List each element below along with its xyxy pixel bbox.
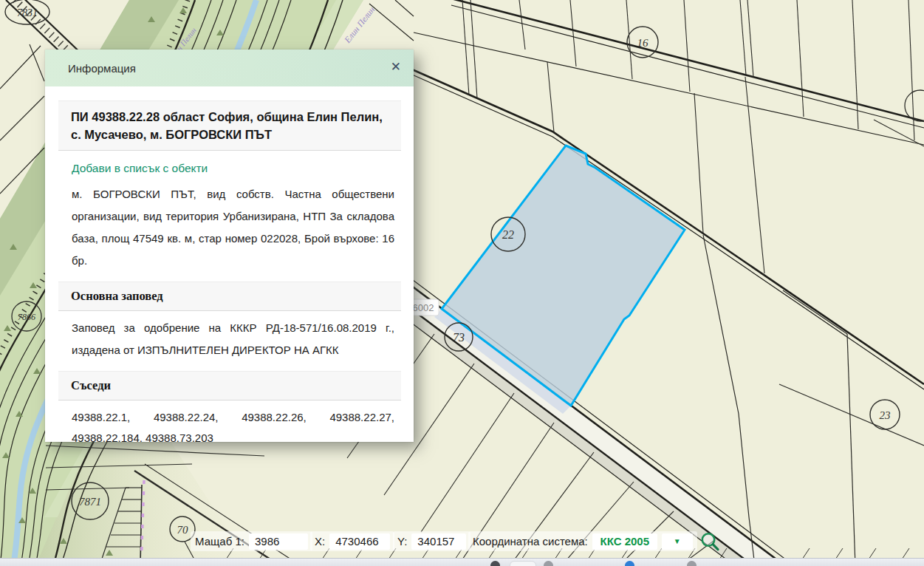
section-text-order: Заповед за одобрение на КККР РД-18-571/1… xyxy=(72,317,394,361)
taskbar-icon-blue[interactable] xyxy=(625,561,634,566)
y-label: Y: xyxy=(397,535,407,548)
section-heading-order: Основна заповед xyxy=(58,282,401,311)
x-coordinate-group: X: xyxy=(310,531,394,551)
panel-body: ПИ 49388.22.28 област София, община Елин… xyxy=(45,100,414,442)
scale-label: Мащаб 1: xyxy=(195,535,244,548)
property-title: ПИ 49388.22.28 област София, община Елин… xyxy=(58,100,401,151)
y-coordinate-input[interactable] xyxy=(411,533,466,550)
crs-group: Координатна система: ККС 2005 ▼ xyxy=(468,531,697,551)
taskbar-icon-dark[interactable] xyxy=(490,561,500,566)
svg-text:7831: 7831 xyxy=(17,7,38,18)
property-description: м. БОГРОВСКИ ПЪТ, вид собств. Частна общ… xyxy=(72,183,394,272)
svg-text:6002: 6002 xyxy=(413,302,434,313)
taskbar-sliver[interactable] xyxy=(0,558,924,566)
svg-text:7871: 7871 xyxy=(79,496,101,508)
svg-text:22: 22 xyxy=(502,228,514,241)
crs-selected-value[interactable]: ККС 2005 xyxy=(592,533,657,550)
scale-group: Мащаб 1: xyxy=(191,531,312,551)
taskbar-icon-pill[interactable] xyxy=(510,561,536,566)
svg-text:73: 73 xyxy=(453,331,465,344)
add-to-list-link[interactable]: Добави в списък с обекти xyxy=(72,162,208,175)
x-coordinate-input[interactable] xyxy=(329,533,390,550)
taskbar-icon-gray[interactable] xyxy=(544,561,553,566)
chevron-down-icon[interactable]: ▼ xyxy=(662,533,693,550)
svg-text:7866: 7866 xyxy=(18,312,35,322)
scale-input[interactable] xyxy=(249,533,308,550)
close-icon[interactable]: ✕ xyxy=(391,59,401,75)
crs-label: Координатна система: xyxy=(473,535,588,548)
panel-title: Информация xyxy=(68,62,136,75)
search-button[interactable] xyxy=(699,531,721,553)
panel-header: Информация ✕ xyxy=(45,50,414,86)
svg-text:23: 23 xyxy=(880,409,891,421)
info-panel: Информация ✕ ПИ 49388.22.28 област София… xyxy=(45,50,414,442)
y-coordinate-group: Y: xyxy=(393,531,470,551)
svg-text:70: 70 xyxy=(177,524,189,536)
svg-text:16: 16 xyxy=(637,37,649,49)
search-icon xyxy=(699,531,721,553)
x-label: X: xyxy=(315,535,325,548)
taskbar-icon-gray-2[interactable] xyxy=(687,561,697,566)
section-heading-neighbors: Съседи xyxy=(58,371,401,400)
section-text-neighbors: 49388.22.1, 49388.22.24, 49388.22.26, 49… xyxy=(72,407,394,442)
